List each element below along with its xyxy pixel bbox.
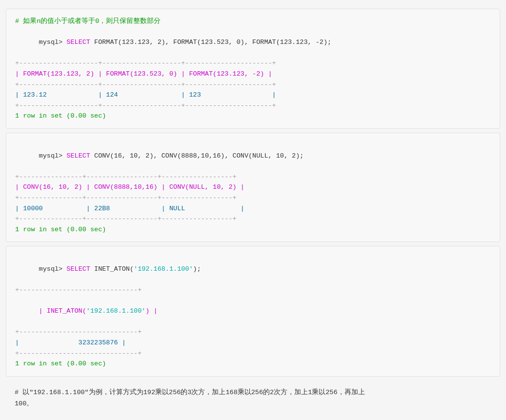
- rowinfo-3: 1 row in set (0.00 sec): [15, 359, 491, 369]
- border-2c: +----------------+------------------+---…: [15, 214, 491, 224]
- header-2: | CONV(16, 10, 2) | CONV(8888,10,16) | C…: [15, 182, 491, 193]
- header-1: | FORMAT(123.123, 2) | FORMAT(123.523, 0…: [15, 69, 491, 80]
- page-container: # 如果n的值小于或者等于0，则只保留整数部分 mysql> SELECT FO…: [0, 0, 506, 420]
- query-line-2: mysql> SELECT CONV(16, 10, 2), CONV(8888…: [15, 140, 491, 172]
- header-after-3: ) |: [145, 307, 157, 315]
- keyword-3: SELECT: [66, 265, 90, 273]
- border-1a: +--------------------+------------------…: [15, 58, 491, 69]
- string-3: '192.168.1.100': [134, 265, 193, 273]
- border-3c: +------------------------------+: [15, 348, 491, 359]
- data-3: | 3232235876 |: [15, 338, 491, 348]
- data-2: | 10000 | 22B8 | NULL |: [15, 203, 491, 214]
- rest-1: FORMAT(123.123, 2), FORMAT(123.523, 0), …: [90, 39, 331, 46]
- before-string-3: INET_ATON(: [90, 265, 134, 273]
- header-string-3: '192.168.1.100': [86, 307, 146, 315]
- rowinfo-1: 1 row in set (0.00 sec): [15, 111, 491, 121]
- note-line-2: 100。: [15, 399, 491, 410]
- comment-line-1: # 如果n的值小于或者等于0，则只保留整数部分: [15, 16, 491, 27]
- note-line-1: # 以"192.168.1.100"为例，计算方式为192乘以256的3次方，加…: [15, 387, 491, 399]
- rowinfo-2: 1 row in set (0.00 sec): [15, 224, 491, 235]
- prompt-2: mysql>: [39, 152, 67, 160]
- rest-2: CONV(16, 10, 2), CONV(8888,10,16), CONV(…: [90, 152, 304, 160]
- code-block-2: mysql> SELECT CONV(16, 10, 2), CONV(8888…: [6, 133, 500, 242]
- note-block: # 以"192.168.1.100"为例，计算方式为192乘以256的3次方，加…: [6, 380, 500, 417]
- header-before-3: | INET_ATON(: [39, 307, 86, 315]
- data-1: | 123.12 | 124 | 123 |: [15, 90, 491, 100]
- keyword-1: SELECT: [66, 39, 90, 46]
- prompt-1: mysql>: [39, 39, 67, 46]
- border-1c: +--------------------+------------------…: [15, 100, 491, 111]
- query-line-1: mysql> SELECT FORMAT(123.123, 2), FORMAT…: [15, 27, 491, 59]
- border-2a: +----------------+------------------+---…: [15, 172, 491, 182]
- query-line-3: mysql> SELECT INET_ATON('192.168.1.100')…: [15, 253, 491, 285]
- border-3a: +------------------------------+: [15, 285, 491, 296]
- prompt-3: mysql>: [39, 265, 67, 273]
- code-block-1: # 如果n的值小于或者等于0，则只保留整数部分 mysql> SELECT FO…: [6, 9, 500, 129]
- after-string-3: );: [193, 265, 201, 273]
- keyword-2: SELECT: [66, 152, 90, 160]
- header-3: | INET_ATON('192.168.1.100') |: [15, 296, 491, 327]
- border-2b: +----------------+------------------+---…: [15, 193, 491, 203]
- border-3b: +------------------------------+: [15, 327, 491, 338]
- border-1b: +--------------------+------------------…: [15, 80, 491, 90]
- code-block-3: mysql> SELECT INET_ATON('192.168.1.100')…: [6, 246, 500, 377]
